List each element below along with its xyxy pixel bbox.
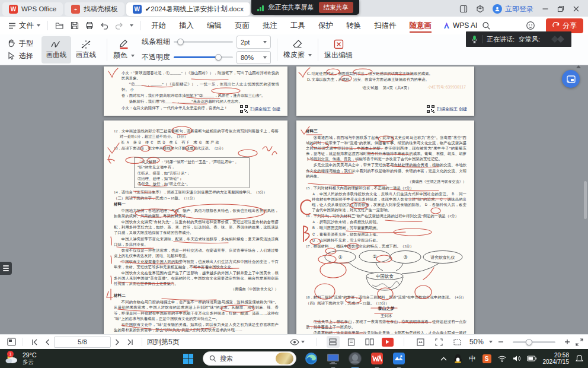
weather-widget[interactable]: 1 29°C 多云 (0, 352, 36, 365)
zoom-level[interactable]: 50% (469, 338, 484, 346)
question-14: 14．请结合《送东阳马生序》，简述王疑和宋濂分别使用怎样的方法克服困难学习。（3… (114, 189, 279, 195)
question-13: 13．品读下面语段，把文中画横线的句子翻译成现代汉语。（2分） (114, 145, 279, 151)
menu-item-start[interactable]: 开始 (145, 17, 172, 34)
print-icon[interactable] (85, 21, 94, 30)
tab-active-docx[interactable]: W ✔2024暑期线上课安排计划.docx (126, 2, 250, 16)
docs-icon (392, 352, 405, 365)
thickness-label: 线条粗细 (142, 37, 170, 47)
back-to-page-button[interactable]: 回到第5页 (147, 337, 180, 347)
share-button[interactable]: 分享 (546, 18, 583, 33)
page-indicator[interactable]: 5/8 (54, 337, 111, 348)
docs-app-icon[interactable] (392, 351, 406, 366)
play-button[interactable] (382, 338, 394, 347)
tab-label: ✔2024暑期线上课安排计划.docx (145, 5, 244, 14)
menu-item-scan[interactable]: 扫描件 (368, 17, 403, 34)
zoom-in-button[interactable] (564, 339, 570, 345)
undo-icon[interactable] (100, 22, 108, 30)
menu-item-tools[interactable]: 工具 (284, 17, 312, 34)
floating-pip-button[interactable] (562, 70, 580, 88)
tab-template[interactable]: ⌁ 找稿壳模板 (65, 2, 124, 16)
thickness-select[interactable]: 2pt (237, 36, 271, 49)
first-page-button[interactable] (28, 336, 41, 348)
sogou-icon[interactable]: S (482, 354, 491, 363)
cube-icon[interactable] (476, 5, 484, 13)
wps-logo: W (9, 5, 18, 14)
monitor-icon (327, 353, 340, 364)
opacity-slider[interactable] (174, 56, 233, 58)
zoom-slider[interactable] (513, 341, 555, 343)
thickness-slider[interactable] (174, 41, 233, 43)
chevron-down-icon[interactable] (489, 341, 493, 343)
edge-app-icon[interactable] (304, 351, 318, 366)
restore-icon[interactable] (557, 5, 564, 12)
wps-ai-button[interactable]: WPS AI (438, 21, 482, 30)
tray-caret-icon[interactable] (440, 357, 447, 361)
wps-app-icon[interactable] (370, 351, 384, 366)
hand-tool[interactable]: 手型 (7, 39, 33, 49)
fit-page-button[interactable] (414, 336, 427, 348)
menu-item-freedraw[interactable]: 随意画 (403, 17, 439, 34)
menu-item-comment[interactable]: 批注 (256, 17, 284, 34)
close-icon[interactable] (573, 5, 580, 12)
search-daily-image[interactable] (276, 353, 293, 364)
wifi-icon[interactable] (498, 356, 506, 362)
two-page-button[interactable] (363, 336, 376, 348)
open-icon[interactable] (55, 21, 64, 30)
color-tool[interactable]: 颜色 (113, 39, 135, 61)
select-tool[interactable]: 选择 (7, 51, 33, 61)
page-view-icon[interactable] (5, 336, 18, 348)
ime-indicator[interactable]: 中 (469, 354, 476, 363)
volume-icon[interactable] (513, 355, 520, 362)
redo-icon[interactable] (115, 22, 123, 30)
draw-curve-button[interactable]: 画曲线 (41, 36, 71, 64)
prev-page-button[interactable] (41, 336, 54, 348)
taskbar-search[interactable]: 搜索 (203, 351, 296, 366)
emoji-icon[interactable] (526, 21, 535, 30)
bell-icon[interactable] (576, 354, 583, 363)
menu-item-convert[interactable]: 转换 (340, 17, 368, 34)
slider-thumb[interactable] (215, 54, 222, 61)
side-panel-handle[interactable] (0, 262, 12, 275)
question-12: 12．文中画波浪线的部分有三处需要断句，请将需断句处相应的字母依次填写到列答题卡… (114, 128, 279, 139)
end-share-button[interactable]: 结束共享 (319, 2, 353, 13)
login-button[interactable]: 立即登录 (493, 4, 533, 14)
slider-thumb[interactable] (526, 339, 532, 345)
single-page-button[interactable] (345, 336, 358, 348)
save-icon[interactable] (71, 21, 79, 30)
chevron-down-icon[interactable] (130, 24, 133, 27)
file-menu[interactable]: 文件 (5, 21, 44, 31)
qq-icon[interactable] (453, 354, 462, 363)
eraser-tool[interactable]: 橡皮擦 (283, 39, 312, 60)
search-icon[interactable] (482, 21, 491, 30)
eye-icon[interactable] (289, 336, 306, 348)
meeting-app-icon[interactable] (348, 351, 362, 366)
menu-item-edit[interactable]: 编辑 (200, 17, 228, 34)
draw-line-button[interactable]: 画直线 (71, 36, 101, 64)
zoom-out-button[interactable] (498, 339, 504, 345)
fit-width-button[interactable] (433, 336, 446, 348)
next-page-button[interactable] (111, 336, 124, 348)
start-button[interactable] (181, 351, 195, 366)
minimize-icon[interactable] (542, 5, 549, 12)
system-tray: 中 S 20:58 2024/7/15 (440, 352, 588, 366)
slider-thumb[interactable] (177, 39, 184, 45)
scroll-view-button[interactable] (327, 336, 340, 348)
vertical-scrollbar[interactable] (584, 181, 587, 219)
meeting-avatar-icon (348, 351, 362, 366)
menu-item-page[interactable]: 页面 (228, 17, 256, 34)
fit-region-button[interactable] (451, 336, 464, 348)
opacity-select[interactable]: 80% (237, 51, 271, 64)
caret-up-icon[interactable] (576, 65, 581, 68)
document-canvas[interactable]: 小文：“箫鼓追随春社近，①______”（《游山西村》），陆游笔下，写出了山西村… (0, 65, 588, 334)
sidebar-toggle-icon[interactable] (459, 5, 468, 13)
clock[interactable]: 20:58 2024/7/15 (543, 352, 570, 366)
battery-icon[interactable] (527, 356, 536, 361)
exit-edit-button[interactable]: 退出编辑 (324, 39, 353, 61)
fullscreen-icon[interactable] (576, 338, 583, 346)
tab-wps-home[interactable]: W WPS Office (2, 2, 63, 16)
last-page-button[interactable] (124, 336, 137, 348)
menu-item-insert[interactable]: 插入 (172, 17, 200, 34)
menu-item-protect[interactable]: 保护 (312, 17, 340, 34)
hand-icon (7, 39, 15, 47)
monitor-app-icon[interactable] (326, 351, 340, 366)
